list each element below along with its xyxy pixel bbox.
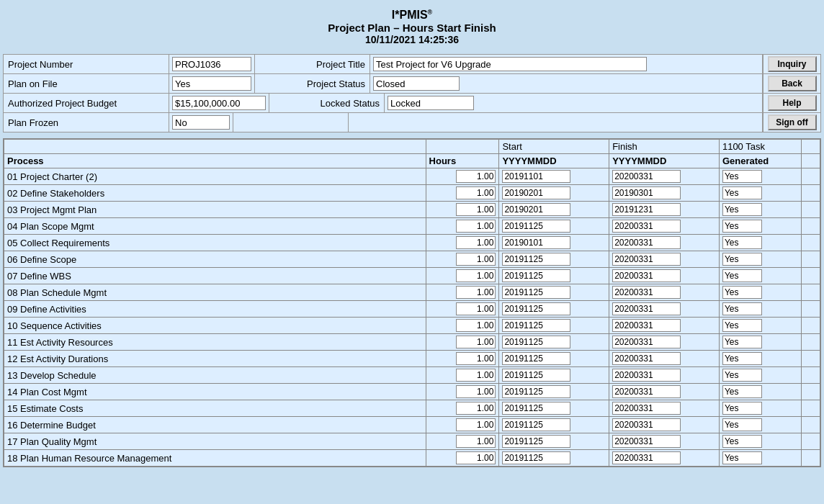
locked-status-label: Locked Status — [269, 94, 385, 112]
project-title-input[interactable] — [373, 57, 647, 71]
start-input[interactable] — [502, 451, 570, 464]
finish-input[interactable] — [612, 302, 681, 315]
start-input[interactable] — [502, 236, 570, 249]
process-cell: 18 Plan Human Resource Management — [4, 450, 426, 467]
process-cell: 01 Project Charter (2) — [4, 168, 426, 185]
generated-input[interactable] — [722, 369, 762, 382]
generated-input[interactable] — [722, 286, 762, 299]
generated-input[interactable] — [722, 253, 762, 266]
hours-input[interactable] — [456, 352, 496, 365]
start-input[interactable] — [502, 385, 570, 398]
table-row: 09 Define Activities — [4, 301, 820, 318]
hours-input[interactable] — [456, 336, 496, 348]
generated-input[interactable] — [722, 385, 762, 398]
hours-input[interactable] — [456, 302, 496, 315]
start-input[interactable] — [502, 286, 570, 299]
hours-input[interactable] — [456, 451, 496, 464]
start-input[interactable] — [502, 319, 570, 332]
start-input[interactable] — [502, 253, 570, 266]
project-status-label: Project Status — [255, 74, 370, 93]
generated-input[interactable] — [722, 451, 762, 464]
authorized-budget-label: Authorized Project Budget — [4, 94, 169, 112]
start-input[interactable] — [502, 186, 570, 199]
start-input[interactable] — [502, 402, 570, 415]
hours-input[interactable] — [456, 236, 496, 249]
locked-status-input[interactable] — [388, 96, 474, 110]
generated-input[interactable] — [722, 319, 762, 332]
info-row-4: Plan Frozen Sign off — [4, 113, 820, 132]
start-input[interactable] — [502, 220, 570, 233]
finish-input[interactable] — [612, 369, 681, 382]
generated-input[interactable] — [722, 352, 762, 365]
generated-input[interactable] — [722, 220, 762, 233]
finish-input[interactable] — [612, 186, 681, 199]
finish-input[interactable] — [612, 402, 681, 415]
hours-input[interactable] — [456, 418, 496, 431]
finish-input[interactable] — [612, 286, 681, 299]
finish-input[interactable] — [612, 220, 681, 233]
hours-input[interactable] — [456, 385, 496, 398]
generated-cell — [719, 185, 802, 202]
hours-cell — [426, 433, 499, 450]
project-number-input[interactable] — [172, 57, 251, 71]
generated-input[interactable] — [722, 302, 762, 315]
finish-input[interactable] — [612, 170, 681, 183]
hours-input[interactable] — [456, 186, 496, 199]
finish-input[interactable] — [612, 451, 681, 464]
back-button[interactable]: Back — [768, 76, 817, 91]
start-input[interactable] — [502, 435, 570, 448]
hours-input[interactable] — [456, 269, 496, 282]
start-input[interactable] — [502, 369, 570, 382]
inquiry-button[interactable]: Inquiry — [768, 56, 817, 72]
generated-input[interactable] — [722, 336, 762, 348]
help-button[interactable]: Help — [768, 95, 817, 111]
extra-cell — [802, 433, 820, 450]
finish-input[interactable] — [612, 385, 681, 398]
finish-input[interactable] — [612, 253, 681, 266]
start-input[interactable] — [502, 336, 570, 348]
hours-cell — [426, 301, 499, 318]
start-input[interactable] — [502, 269, 570, 282]
hours-input[interactable] — [456, 203, 496, 216]
finish-input[interactable] — [612, 319, 681, 332]
finish-input[interactable] — [612, 418, 681, 431]
start-input[interactable] — [502, 302, 570, 315]
plan-on-file-input[interactable] — [172, 76, 251, 91]
finish-input[interactable] — [612, 336, 681, 348]
generated-input[interactable] — [722, 170, 762, 183]
generated-input[interactable] — [722, 435, 762, 448]
generated-input[interactable] — [722, 203, 762, 216]
finish-input[interactable] — [612, 203, 681, 216]
process-cell: 17 Plan Quality Mgmt — [4, 433, 426, 450]
hours-input[interactable] — [456, 220, 496, 233]
finish-input[interactable] — [612, 269, 681, 282]
plan-frozen-input[interactable] — [172, 115, 230, 130]
generated-input[interactable] — [722, 186, 762, 199]
hours-input[interactable] — [456, 286, 496, 299]
hours-cell — [426, 251, 499, 268]
generated-input[interactable] — [722, 418, 762, 431]
generated-input[interactable] — [722, 402, 762, 415]
hours-input[interactable] — [456, 319, 496, 332]
finish-input[interactable] — [612, 236, 681, 249]
hours-input[interactable] — [456, 369, 496, 382]
finish-input[interactable] — [612, 352, 681, 365]
hours-input[interactable] — [456, 435, 496, 448]
generated-input[interactable] — [722, 269, 762, 282]
hours-input[interactable] — [456, 170, 496, 183]
hours-input[interactable] — [456, 253, 496, 266]
start-input[interactable] — [502, 203, 570, 216]
start-input[interactable] — [502, 170, 570, 183]
signoff-button[interactable]: Sign off — [768, 114, 817, 130]
extra-cell — [802, 284, 820, 301]
start-input[interactable] — [502, 418, 570, 431]
extra-cell — [802, 417, 820, 433]
generated-input[interactable] — [722, 236, 762, 249]
finish-cell — [609, 450, 720, 467]
finish-input[interactable] — [612, 435, 681, 448]
project-status-input[interactable] — [373, 76, 460, 91]
hours-input[interactable] — [456, 402, 496, 415]
start-input[interactable] — [502, 352, 570, 365]
authorized-budget-input[interactable] — [172, 96, 266, 110]
extra-cell — [802, 168, 820, 185]
